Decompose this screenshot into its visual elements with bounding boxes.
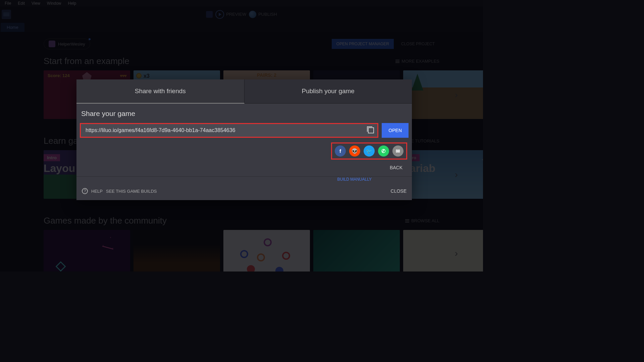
help-icon[interactable]: ? [82, 188, 88, 194]
tab-share-friends[interactable]: Share with friends [76, 79, 245, 104]
facebook-icon[interactable]: f [335, 145, 346, 157]
twitter-icon[interactable]: 🐦 [364, 145, 375, 157]
tab-publish-game[interactable]: Publish your game [245, 79, 412, 104]
whatsapp-icon[interactable]: ✆ [378, 145, 389, 157]
back-button[interactable]: BACK [390, 165, 402, 170]
build-manually-link[interactable]: BUILD MANUALLY [76, 176, 412, 182]
close-button[interactable]: CLOSE [391, 188, 407, 194]
social-buttons-highlight: f 👽 🐦 ✆ ✉ [331, 142, 407, 160]
share-url-input[interactable] [81, 124, 365, 137]
see-builds-link[interactable]: SEE THIS GAME BUILDS [106, 189, 157, 194]
modal-title: Share your game [80, 110, 409, 123]
reddit-icon[interactable]: 👽 [349, 145, 360, 157]
help-label[interactable]: HELP [91, 189, 103, 194]
copy-icon[interactable] [365, 127, 377, 133]
email-icon[interactable]: ✉ [392, 145, 404, 157]
share-modal: Share with friends Publish your game Sha… [76, 79, 412, 200]
url-field-highlight [80, 123, 378, 138]
open-button[interactable]: OPEN [382, 123, 409, 138]
